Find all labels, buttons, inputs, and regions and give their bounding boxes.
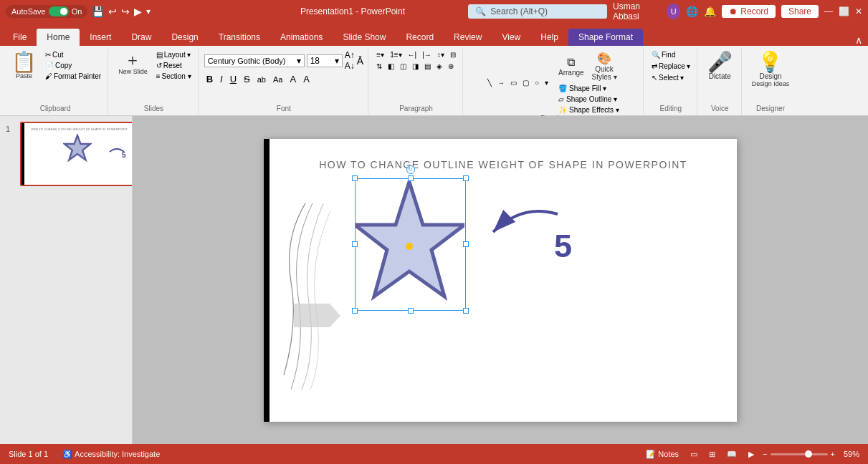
reset-button[interactable]: ↺Reset xyxy=(154,61,194,70)
tab-design[interactable]: Design xyxy=(161,29,208,46)
tab-view[interactable]: View xyxy=(492,29,530,46)
text-direction-button[interactable]: ⇅ xyxy=(374,62,384,71)
decrease-font-icon[interactable]: A↓ xyxy=(345,61,355,71)
tab-review[interactable]: Review xyxy=(444,29,492,46)
more-qat-icon[interactable]: ▾ xyxy=(146,6,151,16)
zoom-out-icon[interactable]: − xyxy=(763,450,767,458)
handle-mr[interactable] xyxy=(463,241,469,247)
replace-button[interactable]: ⇄ Replace ▾ xyxy=(649,62,692,71)
slide-thumbnail-1[interactable]: HOW TO CHANGE OUTLINE WEIGHT OF SHAPE IN… xyxy=(20,122,133,186)
bold-button[interactable]: B xyxy=(204,73,215,85)
add-columns-button[interactable]: ⊟ xyxy=(448,50,458,59)
line-shape-btn[interactable]: ╲ xyxy=(485,78,494,87)
italic-button[interactable]: I xyxy=(218,73,225,85)
rect-shape-btn[interactable]: ▭ xyxy=(508,78,519,87)
zoom-level[interactable]: 59% xyxy=(841,448,862,460)
copy-button[interactable]: 📄Copy xyxy=(43,61,103,70)
cut-button[interactable]: ✂Cut xyxy=(43,50,103,59)
tab-draw[interactable]: Draw xyxy=(121,29,161,46)
handle-tl[interactable] xyxy=(352,175,358,181)
underline-button[interactable]: U xyxy=(228,73,239,85)
tab-slideshow[interactable]: Slide Show xyxy=(333,29,396,46)
zoom-in-icon[interactable]: + xyxy=(831,450,835,458)
tab-record[interactable]: Record xyxy=(396,29,444,46)
shadow-button[interactable]: ab xyxy=(255,74,268,84)
tab-transitions[interactable]: Transitions xyxy=(209,29,270,46)
line-spacing-button[interactable]: ↕▾ xyxy=(435,50,447,59)
justify-button[interactable]: ▤ xyxy=(422,62,433,71)
numbering-button[interactable]: 1≡▾ xyxy=(388,50,404,59)
search-box[interactable]: 🔍 Search (Alt+Q) xyxy=(468,4,607,19)
slide-sorter-button[interactable]: ⊞ xyxy=(706,448,718,460)
quick-styles-button[interactable]: 🎨 Quick Styles ▾ xyxy=(589,50,620,82)
rotate-handle[interactable]: ↻ xyxy=(406,165,415,174)
paragraph-more-icon[interactable]: ⊕ xyxy=(446,62,456,71)
arrow-shape-btn[interactable]: → xyxy=(495,78,507,87)
dictate-button[interactable]: 🎤 Dictate xyxy=(703,50,737,82)
align-right-button[interactable]: ◨ xyxy=(410,62,421,71)
autosave-toggle[interactable] xyxy=(49,6,69,16)
tab-home[interactable]: Home xyxy=(37,29,80,46)
new-slide-button[interactable]: ＋ New Slide xyxy=(114,50,152,77)
increase-font-icon[interactable]: A↑ xyxy=(345,50,355,60)
share-button[interactable]: Share xyxy=(781,5,819,18)
close-icon[interactable]: ✕ xyxy=(855,6,862,16)
layout-button[interactable]: ▤Layout ▾ xyxy=(154,50,194,59)
shape-fill-button[interactable]: 🪣 Shape Fill ▾ xyxy=(555,84,622,93)
reading-view-button[interactable]: 📖 xyxy=(724,448,740,460)
case-button[interactable]: Aa xyxy=(271,74,285,84)
strikethrough-button[interactable]: S xyxy=(242,73,252,85)
select-button[interactable]: ↖ Select ▾ xyxy=(649,73,686,82)
bullets-button[interactable]: ≡▾ xyxy=(374,50,386,59)
font-name-selector[interactable]: Century Gothic (Body) ▾ xyxy=(204,54,305,67)
zoom-track[interactable] xyxy=(771,453,828,455)
zoom-control[interactable]: − + xyxy=(763,450,835,458)
autosave-pill[interactable]: AutoSave On xyxy=(6,5,87,18)
tab-animations[interactable]: Animations xyxy=(270,29,333,46)
design-ideas-button[interactable]: 💡 Design Design Ideas xyxy=(748,50,794,90)
shape-outline-button[interactable]: ▱ Shape Outline ▾ xyxy=(555,95,622,104)
tab-file[interactable]: File xyxy=(3,29,37,46)
clear-format-icon[interactable]: Ā xyxy=(357,55,363,67)
rrect-shape-btn[interactable]: ▢ xyxy=(520,78,531,87)
collapse-ribbon-icon[interactable]: ∧ xyxy=(849,34,868,46)
canvas-area[interactable]: HOW TO CHANGE OUTLINE WEIGHT OF SHAPE IN… xyxy=(133,116,868,444)
align-left-button[interactable]: ◧ xyxy=(386,62,396,71)
decrease-indent-button[interactable]: ←| xyxy=(406,50,419,59)
highlight-color-button[interactable]: A xyxy=(301,73,312,85)
font-size-selector[interactable]: 18 ▾ xyxy=(307,54,343,67)
shape-effects-button[interactable]: ✨ Shape Effects ▾ xyxy=(555,105,622,115)
convert-smartart-button[interactable]: ◈ xyxy=(434,62,444,71)
zoom-thumb[interactable] xyxy=(805,450,812,458)
handle-tr[interactable] xyxy=(463,175,469,181)
more-shapes-btn[interactable]: ▾ xyxy=(543,78,550,87)
slideshow-button[interactable]: ▶ xyxy=(745,448,757,460)
paste-button[interactable]: 📋 Paste xyxy=(7,50,41,82)
normal-view-button[interactable]: ▭ xyxy=(687,448,700,460)
format-painter-button[interactable]: 🖌Format Painter xyxy=(43,72,103,81)
section-button[interactable]: ≡Section ▾ xyxy=(154,72,194,81)
web-icon[interactable]: 🌐 xyxy=(686,6,698,17)
font-color-button[interactable]: A xyxy=(287,73,298,85)
redo-icon[interactable]: ↪ xyxy=(121,6,130,17)
handle-bc[interactable] xyxy=(408,308,414,314)
arrange-button[interactable]: ⧉ Arrange xyxy=(555,50,587,82)
handle-ml[interactable] xyxy=(352,241,358,247)
tab-shapeformat[interactable]: Shape Format xyxy=(568,29,643,46)
handle-br[interactable] xyxy=(463,308,469,314)
accessibility-status[interactable]: ♿ Accessibility: Investigate xyxy=(59,448,163,460)
notes-button[interactable]: 📝 Notes xyxy=(643,448,682,460)
find-button[interactable]: 🔍 Find xyxy=(649,50,677,59)
increase-indent-button[interactable]: |→ xyxy=(420,50,434,59)
record-button[interactable]: ⏺ Record xyxy=(722,5,776,18)
handle-tc[interactable] xyxy=(408,175,414,181)
handle-bl[interactable] xyxy=(352,308,358,314)
tab-insert[interactable]: Insert xyxy=(80,29,121,46)
oval-shape-btn[interactable]: ○ xyxy=(533,78,541,87)
undo-icon[interactable]: ↩ xyxy=(108,6,117,17)
present-icon[interactable]: ▶ xyxy=(134,6,142,17)
restore-icon[interactable]: ⬜ xyxy=(839,6,849,16)
minimize-icon[interactable]: — xyxy=(824,6,833,16)
align-center-button[interactable]: ◫ xyxy=(398,62,409,71)
tab-help[interactable]: Help xyxy=(530,29,568,46)
